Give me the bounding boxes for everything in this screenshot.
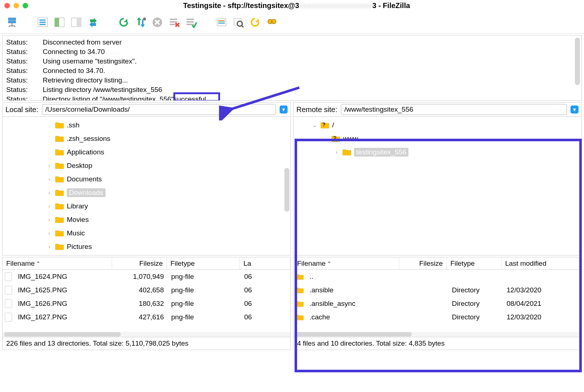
- site-manager-button[interactable]: [5, 15, 19, 29]
- tree-item[interactable]: ›Downloads: [3, 186, 291, 199]
- find-button[interactable]: [265, 15, 279, 29]
- disclosure-icon[interactable]: ›: [46, 230, 52, 236]
- tree-item[interactable]: ›Pictures: [3, 240, 291, 253]
- refresh-button[interactable]: [117, 15, 131, 29]
- remote-site-dropdown[interactable]: ▼: [570, 105, 579, 114]
- tree-item[interactable]: ›Documents: [3, 172, 291, 186]
- tree-item[interactable]: Applications: [3, 145, 291, 159]
- remote-tree[interactable]: ⌄?/⌄?www›testingsitex_556: [293, 117, 582, 255]
- tree-item-label: Documents: [67, 175, 102, 183]
- disclosure-icon[interactable]: ›: [46, 203, 52, 209]
- file-type: Directory: [448, 300, 503, 308]
- file-icon: [5, 313, 12, 322]
- remote-file-list[interactable]: Filename⌃ Filesize Filetype Last modifie…: [293, 257, 582, 337]
- folder-icon: [296, 273, 304, 280]
- local-file-hscroll[interactable]: [3, 332, 291, 337]
- tree-item-label: .zsh_sessions: [67, 135, 110, 143]
- file-name: .cache: [306, 313, 401, 321]
- folder-icon: [342, 149, 351, 155]
- local-tree[interactable]: .ssh.zsh_sessionsApplications›Desktop›Do…: [2, 117, 291, 255]
- tree-item[interactable]: ›testingsitex_556: [293, 145, 581, 159]
- maximize-window-button[interactable]: [23, 3, 28, 8]
- file-icon: [5, 299, 12, 308]
- folder-icon: [55, 230, 64, 237]
- file-row[interactable]: IMG_1627.PNG427,616png-file06: [3, 310, 291, 324]
- file-row[interactable]: .ansibleDirectory12/03/2020: [293, 283, 581, 297]
- remote-file-header[interactable]: Filename⌃ Filesize Filetype Last modifie…: [293, 257, 581, 270]
- tree-item[interactable]: ›Music: [3, 226, 291, 240]
- file-size: 427,616: [113, 313, 168, 321]
- toggle-log-button[interactable]: [36, 15, 50, 29]
- disclosure-icon[interactable]: ›: [46, 176, 52, 182]
- file-modified: 12/03/2020: [503, 286, 581, 294]
- file-type: Directory: [448, 313, 503, 321]
- log-row: Status:Connected to 34.70......: [6, 66, 578, 76]
- filter-button[interactable]: [215, 15, 228, 29]
- folder-icon: [55, 122, 64, 128]
- disclosure-icon[interactable]: ⌄: [312, 122, 318, 128]
- main-toolbar: [0, 11, 584, 34]
- file-row[interactable]: .ansible_asyncDirectory08/04/2021: [293, 297, 581, 310]
- disconnect-button[interactable]: [167, 15, 181, 29]
- file-row[interactable]: IMG_1625.PNG402,658png-file06: [3, 283, 291, 297]
- local-site-input[interactable]: [42, 104, 276, 115]
- log-row: Status:Directory listing of "/www/testin…: [6, 95, 578, 101]
- tree-item-label: /: [332, 121, 334, 129]
- remote-site-input[interactable]: [341, 104, 567, 115]
- file-size: 402,658: [113, 286, 168, 294]
- remote-site-label: Remote site:: [296, 105, 337, 114]
- disclosure-icon[interactable]: ›: [46, 163, 52, 169]
- svg-point-14: [143, 18, 146, 20]
- disclosure-icon[interactable]: ⌄: [323, 136, 328, 142]
- svg-rect-17: [170, 21, 177, 23]
- file-type: png-file: [168, 313, 241, 321]
- tree-item[interactable]: .ssh: [3, 118, 291, 132]
- minimize-window-button[interactable]: [14, 3, 19, 8]
- tree-item-label: Applications: [67, 148, 104, 156]
- local-tree-scrollbar[interactable]: [284, 168, 289, 212]
- file-modified: 08/04/2021: [503, 300, 581, 308]
- svg-rect-0: [8, 18, 16, 20]
- reconnect-button[interactable]: [184, 15, 198, 29]
- disclosure-icon[interactable]: ›: [46, 217, 52, 223]
- log-scrollbar[interactable]: [575, 38, 580, 85]
- tree-item[interactable]: ⌄?www: [293, 132, 581, 145]
- file-row[interactable]: IMG_1624.PNG1,070,949png-file06: [3, 270, 291, 283]
- local-file-header[interactable]: Filename⌃ Filesize Filetype La: [3, 257, 291, 270]
- log-row: Status:Retrieving directory listing...: [6, 76, 578, 85]
- tree-item[interactable]: ⌄?/: [293, 118, 581, 132]
- local-site-dropdown[interactable]: ▼: [280, 105, 288, 114]
- disclosure-icon[interactable]: ›: [334, 149, 339, 155]
- disclosure-icon[interactable]: ›: [46, 190, 52, 196]
- toggle-remote-tree-button[interactable]: [69, 15, 83, 29]
- file-row[interactable]: ..: [293, 270, 581, 283]
- tree-item[interactable]: ›Desktop: [3, 159, 291, 172]
- tree-item[interactable]: ›Public: [3, 253, 291, 255]
- tree-item[interactable]: .zsh_sessions: [3, 132, 291, 145]
- search-button[interactable]: [231, 15, 245, 29]
- tree-item[interactable]: ›Movies: [3, 213, 291, 226]
- titlebar: Testingsite - sftp://testingsitex@3xxxxx…: [0, 0, 584, 11]
- file-modified: 06: [241, 286, 291, 294]
- remote-status: 4 files and 10 directories. Total size: …: [293, 337, 582, 350]
- toggle-local-tree-button[interactable]: [53, 15, 66, 29]
- file-type: png-file: [168, 286, 241, 294]
- file-row[interactable]: .cacheDirectory12/03/2020: [293, 310, 581, 324]
- process-queue-button[interactable]: [134, 15, 147, 29]
- local-file-list[interactable]: Filename⌃ Filesize Filetype La IMG_1624.…: [2, 257, 291, 337]
- folder-icon: [296, 287, 304, 293]
- disclosure-icon[interactable]: ›: [46, 244, 52, 250]
- toggle-queue-button[interactable]: [86, 15, 100, 29]
- file-size: 1,070,949: [113, 273, 168, 281]
- file-icon: [5, 286, 12, 295]
- cancel-button[interactable]: [150, 15, 164, 29]
- compare-button[interactable]: [248, 15, 262, 29]
- file-icon: [5, 272, 12, 281]
- file-row[interactable]: IMG_1626.PNG180,632png-file06: [3, 297, 291, 310]
- file-name: IMG_1624.PNG: [14, 273, 113, 281]
- remote-file-hscroll[interactable]: [293, 332, 581, 337]
- tree-item-label: Music: [67, 229, 85, 237]
- folder-icon: [55, 149, 64, 155]
- close-window-button[interactable]: [4, 3, 10, 8]
- tree-item[interactable]: ›Library: [3, 199, 291, 213]
